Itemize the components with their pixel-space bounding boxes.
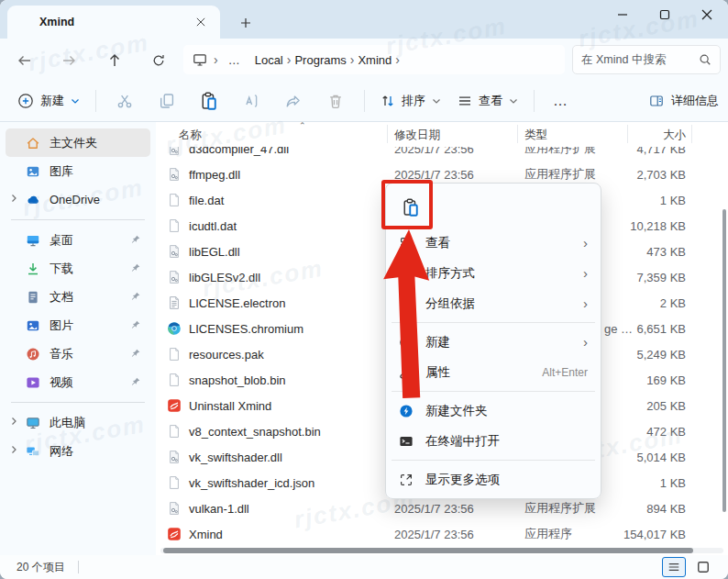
command-toolbar: 新建 排序 查看 … 详细信息 — [0, 81, 728, 122]
copy-button[interactable] — [155, 89, 179, 113]
chevron-down-icon — [71, 96, 80, 106]
details-view-toggle[interactable] — [662, 557, 686, 577]
sidebar-item-home[interactable]: 主文件夹 — [6, 128, 150, 157]
sort-icon — [381, 94, 395, 108]
items-count: 20 个项目 — [17, 560, 65, 575]
chevron-right-icon — [9, 417, 18, 426]
delete-button[interactable] — [324, 89, 347, 113]
title-bar: Xmind — [0, 0, 728, 39]
dll-file-icon — [167, 244, 182, 259]
sidebar-item-video[interactable]: 视频 — [6, 368, 150, 396]
breadcrumb-item[interactable]: Xmind — [354, 51, 395, 69]
breadcrumb-ellipsis[interactable]: … — [225, 51, 245, 69]
minimize-button[interactable] — [601, 0, 644, 29]
search-box[interactable]: 在 Xmind 中搜索 — [572, 45, 721, 74]
file-name: ffmpeg.dll — [189, 168, 240, 182]
sidebar-item-music[interactable]: 音乐 — [6, 340, 150, 368]
explorer-tab[interactable]: Xmind — [7, 6, 220, 39]
menu-item-more[interactable]: 显示更多选项 — [390, 464, 597, 495]
column-headers: 名称 ⌃ 修改日期 类型 大小 — [156, 122, 728, 148]
dll-file-icon — [167, 450, 182, 464]
this-pc-icon[interactable] — [193, 52, 207, 67]
sidebar-item-download[interactable]: 下载 — [6, 254, 150, 283]
horizontal-scrollbar[interactable] — [160, 548, 723, 553]
sidebar-item-picture[interactable]: 图片 — [6, 311, 150, 340]
up-button[interactable] — [103, 49, 127, 72]
dll-file-icon — [167, 147, 182, 156]
menu-item-label: 新建文件夹 — [425, 403, 588, 419]
file-name: Xmind — [189, 528, 223, 541]
sidebar-item-pc[interactable]: 此电脑 — [6, 408, 150, 437]
column-header-type[interactable]: 类型 — [524, 128, 547, 143]
file-row[interactable]: vulkan-1.dll2025/1/7 23:56应用程序扩展894 KB — [156, 495, 728, 521]
view-lines-icon — [458, 94, 472, 108]
file-name: vulkan-1.dll — [189, 502, 249, 516]
sidebar-item-label: 此电脑 — [50, 415, 85, 431]
navigation-bar: › … Local›Programs›Xmind› 在 Xmind 中搜索 — [0, 39, 728, 81]
vertical-scrollbar[interactable] — [722, 209, 726, 512]
sidebar-item-document[interactable]: 文档 — [6, 283, 150, 311]
breadcrumb-item[interactable]: Programs — [291, 51, 349, 69]
icons-view-toggle[interactable] — [691, 557, 715, 577]
file-file-icon — [167, 475, 182, 490]
textfile-file-icon — [167, 295, 182, 310]
sidebar-item-label: 视频 — [50, 374, 73, 391]
new-button[interactable]: 新建 — [9, 87, 88, 115]
file-row[interactable]: d3dcompiler_47.dll2025/1/7 23:56应用程序扩展4,… — [156, 147, 728, 161]
rename-button[interactable] — [239, 89, 263, 113]
file-row[interactable]: Xmind2025/1/7 23:56应用程序154,017 KB — [156, 521, 728, 546]
chevron-right-icon: › — [583, 295, 588, 311]
breadcrumb-item[interactable]: Local — [251, 51, 287, 69]
picture-icon — [26, 318, 40, 333]
view-button[interactable]: 查看 — [449, 87, 526, 115]
file-date: 2025/1/7 23:56 — [394, 147, 474, 156]
refresh-button[interactable] — [147, 49, 171, 72]
forward-button[interactable] — [57, 49, 81, 72]
sidebar-item-network[interactable]: 网络 — [6, 437, 150, 465]
pin-icon — [130, 262, 141, 273]
sidebar-item-onedrive[interactable]: OneDrive — [6, 185, 150, 214]
desktop-icon — [26, 233, 40, 248]
sort-ascending-icon: ⌃ — [299, 121, 306, 130]
sidebar-item-gallery[interactable]: 图库 — [6, 157, 150, 185]
tab-close-icon[interactable] — [191, 12, 211, 32]
chevron-right-icon: › — [395, 52, 400, 67]
folder-icon — [17, 15, 31, 29]
dll-file-icon — [167, 501, 182, 516]
menu-item-terminal[interactable]: 在终端中打开 — [390, 426, 597, 456]
back-button[interactable] — [13, 49, 37, 72]
maximize-button[interactable] — [644, 0, 686, 29]
new-tab-button[interactable] — [235, 12, 257, 34]
pin-icon — [130, 348, 141, 359]
file-name: LICENSES.chromium — [189, 322, 303, 336]
file-row-content: Xmind2025/1/7 23:56应用程序154,017 KB — [156, 521, 728, 546]
menu-item-label: 显示更多选项 — [425, 472, 588, 488]
sidebar-item-label: 音乐 — [50, 346, 73, 362]
column-header-date[interactable]: 修改日期 — [394, 128, 440, 143]
chevron-right-icon: › — [214, 52, 218, 67]
file-file-icon — [167, 424, 182, 439]
file-file-icon — [167, 347, 182, 362]
sidebar-item-label: 桌面 — [50, 232, 73, 249]
chevron-down-icon — [432, 96, 441, 106]
column-header-size[interactable]: 大小 — [605, 128, 686, 143]
paste-button[interactable] — [197, 89, 221, 113]
column-header-name[interactable]: 名称 — [179, 128, 202, 143]
share-button[interactable] — [281, 89, 305, 113]
breadcrumb: › … Local›Programs›Xmind› — [183, 45, 565, 74]
sidebar-divider — [11, 219, 145, 220]
file-name: LICENSE.electron — [189, 296, 286, 310]
details-pane-button[interactable]: 详细信息 — [649, 93, 719, 109]
sort-button[interactable]: 排序 — [372, 87, 449, 115]
main-area: 主文件夹图库OneDrive桌面下载文档图片音乐视频此电脑网络 名称 ⌃ 修改日… — [0, 122, 728, 555]
more-commands-button[interactable]: … — [542, 89, 579, 113]
close-button[interactable] — [686, 0, 728, 29]
search-icon[interactable] — [699, 53, 711, 66]
file-name: libGLESv2.dll — [189, 271, 260, 284]
horizontal-scrollbar-thumb[interactable] — [163, 548, 693, 553]
cut-button[interactable] — [113, 89, 137, 113]
sidebar-item-desktop[interactable]: 桌面 — [6, 226, 150, 254]
dll-file-icon — [167, 167, 182, 182]
pin-icon — [130, 291, 141, 302]
newfolder-icon — [399, 404, 414, 418]
